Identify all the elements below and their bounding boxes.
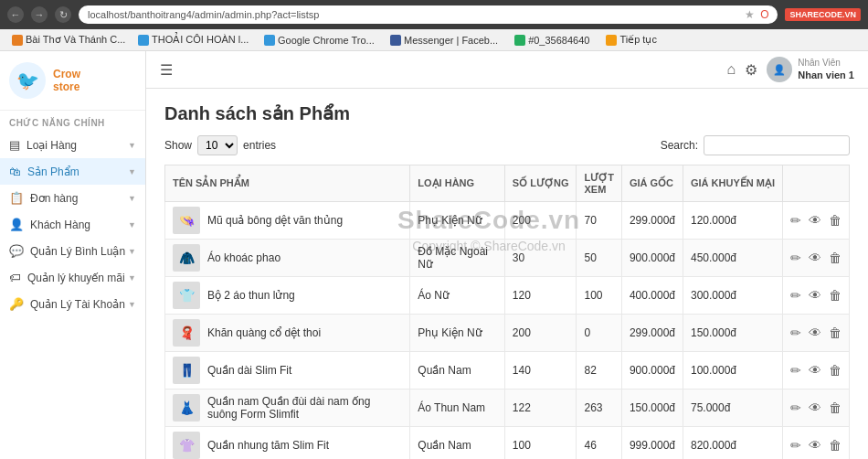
khachhang-icon: 👤 xyxy=(9,218,24,231)
view-button[interactable]: 👁 xyxy=(809,251,821,265)
nav-refresh-button[interactable]: ↻ xyxy=(55,6,71,23)
sidebar: 🐦 Crow store CHỨC NĂNG CHÍNH ▤ Loại Hàng… xyxy=(0,51,146,459)
entries-select[interactable]: 10 25 50 xyxy=(197,135,238,155)
cell-name: 👒 Mũ quả bông dệt văn thủng xyxy=(165,202,410,240)
view-button[interactable]: 👁 xyxy=(809,438,821,453)
sidebar-item-taikhoan[interactable]: 🔑 Quản Lý Tài Khoản ▼ xyxy=(0,291,145,317)
user-name: Nhan vien 1 xyxy=(798,69,854,81)
sidebar-item-donhang[interactable]: 📋 Đơn hàng ▼ xyxy=(0,185,145,211)
delete-button[interactable]: 🗑 xyxy=(829,326,842,340)
table-row: 🧥 Áo khoác phao Đồ Mặc Ngoài Nữ 30 50 90… xyxy=(165,240,850,277)
show-label: Show xyxy=(164,139,192,152)
edit-button[interactable]: ✏ xyxy=(790,326,801,340)
cell-price: 999.000đ xyxy=(621,427,683,460)
view-button[interactable]: 👁 xyxy=(809,363,821,378)
khachhang-chevron-icon: ▼ xyxy=(128,220,136,230)
user-label: Nhân Viên xyxy=(798,57,854,69)
cell-views: 100 xyxy=(577,277,621,315)
edit-button[interactable]: ✏ xyxy=(790,213,801,228)
bookmark-6[interactable]: Tiếp tục xyxy=(601,32,662,48)
table-row: 👒 Mũ quả bông dệt văn thủng Phụ Kiện Nữ … xyxy=(165,202,850,240)
cell-actions: ✏ 👁 🗑 xyxy=(782,202,849,240)
sidebar-section-title: CHỨC NĂNG CHÍNH xyxy=(0,111,145,132)
cell-views: 46 xyxy=(577,427,621,460)
sidebar-item-khachhang[interactable]: 👤 Khách Hàng ▼ xyxy=(0,211,145,238)
bookmark-5[interactable]: #0_35684640 xyxy=(510,33,594,48)
cell-name: 👚 Quần nhung tăm Slim Fit xyxy=(165,427,410,460)
view-button[interactable]: 👁 xyxy=(809,400,821,415)
donhang-chevron-icon: ▼ xyxy=(128,194,136,203)
sharecode-logo: SHARECODE.VN xyxy=(785,8,861,21)
cell-price: 150.000đ xyxy=(621,390,683,427)
delete-button[interactable]: 🗑 xyxy=(829,251,842,265)
bookmark-favicon-4 xyxy=(390,35,401,46)
delete-button[interactable]: 🗑 xyxy=(829,400,842,415)
cell-actions: ✏ 👁 🗑 xyxy=(782,277,849,315)
settings-icon[interactable]: ⚙ xyxy=(745,61,757,79)
khuyenmai-icon: 🏷 xyxy=(9,271,21,284)
binhluan-icon: 💬 xyxy=(9,244,24,258)
nav-back-button[interactable]: ← xyxy=(7,6,24,23)
delete-button[interactable]: 🗑 xyxy=(829,288,842,303)
hamburger-button[interactable]: ☰ xyxy=(160,61,173,79)
taikhoan-chevron-icon: ▼ xyxy=(128,300,136,309)
product-name-text: Mũ quả bông dệt văn thủng xyxy=(207,214,343,227)
col-actions xyxy=(782,165,849,202)
cell-quantity: 122 xyxy=(504,390,577,427)
edit-button[interactable]: ✏ xyxy=(790,288,801,303)
cell-actions: ✏ 👁 🗑 xyxy=(782,352,849,390)
sidebar-item-khuyenmai[interactable]: 🏷 Quản lý khuyến mãi ▼ xyxy=(0,264,145,291)
col-category: LOẠI HÀNG xyxy=(410,165,505,202)
product-image: 🧥 xyxy=(173,244,200,272)
cell-quantity: 30 xyxy=(504,240,577,277)
khuyenmai-chevron-icon: ▼ xyxy=(128,273,136,283)
show-entries: Show 10 25 50 entries xyxy=(164,135,276,155)
cell-views: 0 xyxy=(577,315,621,352)
home-icon[interactable]: ⌂ xyxy=(727,61,736,78)
bookmarks-bar: Bài Thơ Và Thánh C... THOẢI CÔI HOÀN l..… xyxy=(0,29,868,51)
sidebar-item-sanpham[interactable]: 🛍 Sản Phẩm ▼ xyxy=(0,158,145,185)
delete-button[interactable]: 🗑 xyxy=(829,213,842,228)
user-name-block: Nhân Viên Nhan vien 1 xyxy=(798,57,854,81)
view-button[interactable]: 👁 xyxy=(809,326,821,340)
search-input[interactable] xyxy=(704,135,850,155)
bookmark-2[interactable]: THOẢI CÔI HOÀN l... xyxy=(133,32,252,48)
bookmark-3[interactable]: Google Chrome Tro... xyxy=(259,33,378,48)
bookmark-favicon-5 xyxy=(514,35,525,46)
sidebar-item-binhluan-label: Quản Lý Bình Luận xyxy=(30,245,125,258)
logo-text: Crow store xyxy=(53,68,80,94)
edit-button[interactable]: ✏ xyxy=(790,438,801,453)
product-name-text: Khăn quàng cổ dệt thoi xyxy=(207,326,321,339)
col-quantity: SỐ LƯỢNG xyxy=(504,165,577,202)
table-row: 👖 Quần dài Slim Fit Quần Nam 140 82 900.… xyxy=(165,352,850,390)
sidebar-item-donhang-label: Đơn hàng xyxy=(30,192,78,205)
bookmark-4[interactable]: Messenger | Faceb... xyxy=(386,33,503,48)
cell-sale-price: 100.000đ xyxy=(683,352,782,390)
sanpham-chevron-icon: ▼ xyxy=(128,167,136,176)
cell-category: Quần Nam xyxy=(410,352,505,390)
product-name-text: Bộ 2 áo thun lửng xyxy=(207,289,295,302)
opera-icon: O xyxy=(760,8,768,21)
view-button[interactable]: 👁 xyxy=(809,213,821,228)
table-header-row: TÊN SẢN PHẨM LOẠI HÀNG SỐ LƯỢNG LƯỢTXEM … xyxy=(165,165,850,202)
delete-button[interactable]: 🗑 xyxy=(829,363,842,378)
sidebar-item-taikhoan-label: Quản Lý Tài Khoản xyxy=(30,298,125,311)
bookmark-favicon-3 xyxy=(264,35,275,46)
edit-button[interactable]: ✏ xyxy=(790,400,801,415)
edit-button[interactable]: ✏ xyxy=(790,363,801,378)
url-bar[interactable]: localhost/banthoitrang4/admin/admin.php?… xyxy=(79,5,778,24)
bookmark-1[interactable]: Bài Thơ Và Thánh C... xyxy=(7,32,126,48)
col-price: GIÁ GỐC xyxy=(621,165,683,202)
user-avatar: 👤 xyxy=(767,57,792,82)
sidebar-item-loaihang[interactable]: ▤ Loại Hàng ▼ xyxy=(0,132,145,158)
search-box: Search: xyxy=(661,135,850,155)
browser-toolbar-icons: SHARECODE.VN xyxy=(785,8,861,21)
edit-button[interactable]: ✏ xyxy=(790,251,801,265)
sidebar-item-binhluan[interactable]: 💬 Quản Lý Bình Luận ▼ xyxy=(0,238,145,264)
delete-button[interactable]: 🗑 xyxy=(829,438,842,453)
page-title: Danh sách sản Phẩm xyxy=(164,102,850,124)
table-controls: Show 10 25 50 entries Search: xyxy=(164,135,850,155)
nav-forward-button[interactable]: → xyxy=(31,6,48,23)
loaihang-chevron-icon: ▼ xyxy=(128,141,136,150)
view-button[interactable]: 👁 xyxy=(809,288,821,303)
